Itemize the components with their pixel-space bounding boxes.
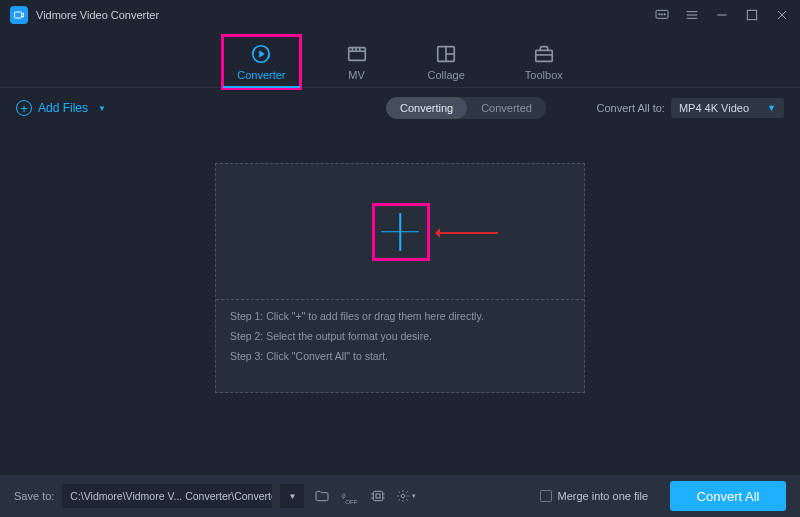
bottombar: Save to: C:\Vidmore\Vidmore V... Convert… — [0, 475, 800, 517]
workarea: Step 1: Click "+" to add files or drag t… — [0, 128, 800, 475]
close-button[interactable] — [774, 7, 790, 23]
svg-point-2 — [659, 14, 660, 15]
svg-point-3 — [661, 14, 662, 15]
menu-icon[interactable] — [684, 7, 700, 23]
mv-icon — [346, 43, 368, 65]
toolbox-icon — [533, 43, 555, 65]
chevron-down-icon: ▼ — [767, 103, 776, 113]
svg-rect-13 — [348, 48, 365, 61]
checkbox-icon — [540, 490, 552, 502]
annotation-arrow — [438, 232, 498, 234]
tab-mv[interactable]: MV — [336, 37, 378, 87]
step-text: Step 3: Click "Convert All" to start. — [230, 350, 570, 362]
seg-converting[interactable]: Converting — [386, 97, 467, 119]
svg-rect-24 — [376, 494, 380, 498]
svg-rect-23 — [374, 491, 383, 500]
status-segment: Converting Converted — [386, 97, 546, 119]
settings-button[interactable]: ▾ — [396, 486, 416, 506]
subbar: + Add Files ▼ Converting Converted Conve… — [0, 88, 800, 128]
step-text: Step 1: Click "+" to add files or drag t… — [230, 310, 570, 322]
tab-label: Collage — [428, 69, 465, 81]
plus-circle-icon: + — [16, 100, 32, 116]
convert-all-button[interactable]: Convert All — [670, 481, 786, 511]
merge-label: Merge into one file — [558, 490, 649, 502]
merge-checkbox[interactable]: Merge into one file — [540, 490, 649, 502]
add-files-label: Add Files — [38, 101, 88, 115]
app-title: Vidmore Video Converter — [36, 9, 159, 21]
tab-label: Toolbox — [525, 69, 563, 81]
tab-toolbox[interactable]: Toolbox — [515, 37, 573, 87]
maximize-button[interactable] — [744, 7, 760, 23]
tab-label: Converter — [237, 69, 285, 81]
save-to-label: Save to: — [14, 490, 54, 502]
tab-converter[interactable]: Converter — [227, 37, 295, 87]
gpu-button[interactable] — [368, 486, 388, 506]
open-folder-button[interactable] — [312, 486, 332, 506]
step-text: Step 2: Select the output format you des… — [230, 330, 570, 342]
output-format-value: MP4 4K Video — [679, 102, 749, 114]
dropzone-top[interactable] — [216, 164, 584, 299]
save-path-dropdown[interactable]: ▼ — [280, 484, 304, 508]
add-files-button[interactable]: + Add Files ▼ — [16, 100, 106, 116]
svg-rect-0 — [15, 12, 22, 18]
main-nav: Converter MV Collage Toolbox — [0, 30, 800, 88]
collage-icon — [435, 43, 457, 65]
svg-rect-21 — [536, 50, 553, 61]
hardware-accel-button[interactable]: OFF — [340, 486, 360, 506]
tab-label: MV — [348, 69, 365, 81]
converter-icon — [250, 43, 272, 65]
svg-point-4 — [664, 14, 665, 15]
seg-converted[interactable]: Converted — [467, 97, 546, 119]
save-path-field[interactable]: C:\Vidmore\Vidmore V... Converter\Conver… — [62, 484, 272, 508]
feedback-icon[interactable] — [654, 7, 670, 23]
add-file-plus-icon[interactable] — [377, 209, 423, 255]
svg-rect-9 — [747, 10, 756, 19]
dropzone-instructions: Step 1: Click "+" to add files or drag t… — [216, 299, 584, 392]
chevron-down-icon[interactable]: ▼ — [98, 104, 106, 113]
output-format-dropdown[interactable]: MP4 4K Video ▼ — [671, 98, 784, 118]
minimize-button[interactable] — [714, 7, 730, 23]
svg-point-29 — [402, 494, 406, 498]
tab-collage[interactable]: Collage — [418, 37, 475, 87]
titlebar: Vidmore Video Converter — [0, 0, 800, 30]
convert-all-to-label: Convert All to: — [596, 102, 664, 114]
dropzone[interactable]: Step 1: Click "+" to add files or drag t… — [215, 163, 585, 393]
app-logo — [10, 6, 28, 24]
